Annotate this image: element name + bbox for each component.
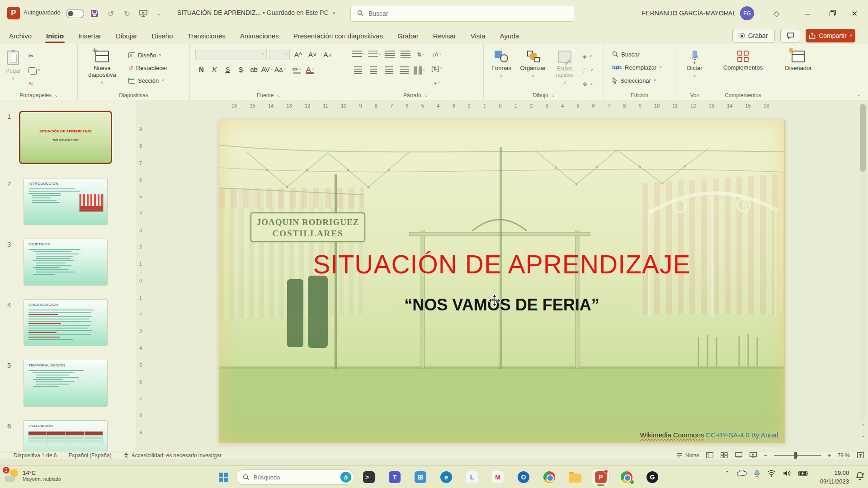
wifi-icon[interactable] — [767, 470, 776, 477]
collapse-ribbon-icon[interactable]: ⌄ — [857, 91, 861, 97]
powerpoint-icon[interactable]: P — [592, 468, 610, 486]
dialog-launcher-icon[interactable]: ↘ — [54, 94, 58, 98]
font-size-select[interactable]: ˅ — [269, 49, 290, 60]
tab-transiciones[interactable]: Transiciones — [180, 27, 232, 44]
dialog-launcher-icon[interactable]: ↘ — [551, 94, 555, 98]
paste-button[interactable]: Pegar ˅ — [5, 47, 21, 90]
align-center-button[interactable] — [367, 65, 379, 76]
justify-button[interactable] — [398, 65, 410, 76]
tab-insertar[interactable]: Insertar — [71, 27, 108, 44]
character-spacing-button[interactable]: AV˅ — [261, 64, 273, 75]
previous-slide-button[interactable]: ⌃ — [859, 422, 867, 430]
new-slide-button[interactable]: Nueva diapositiva ˅ — [82, 47, 122, 90]
slide-sorter-view-button[interactable] — [720, 452, 728, 459]
slide-subtitle[interactable]: “NOS VAMOS DE FERIA” — [219, 296, 784, 314]
dialog-launcher-icon[interactable]: ↘ — [424, 94, 427, 98]
tab-dibujar[interactable]: Dibujar — [108, 27, 145, 44]
accessibility-status[interactable]: Accesibilidad: es necesario investigar — [123, 452, 222, 459]
quick-styles-button[interactable]: Estilos rápidos ˅ — [551, 47, 579, 90]
microphone-tray-icon[interactable] — [754, 469, 760, 477]
shape-effects-button[interactable]: ❖˅ — [580, 79, 595, 89]
bullets-button[interactable]: ˅ — [352, 49, 365, 60]
powerpoint-app-icon[interactable]: P — [7, 7, 20, 19]
underline-button[interactable]: S — [222, 64, 234, 75]
slide-thumbnail-6[interactable]: EVALUACIÓN — [24, 420, 108, 451]
tab-vista[interactable]: Vista — [463, 27, 493, 44]
diamond-icon[interactable]: ◇ — [774, 9, 779, 19]
format-painter-button[interactable]: ✎ — [27, 79, 42, 89]
layout-button[interactable]: Diseño˅ — [127, 50, 169, 61]
find-button[interactable]: Buscar — [610, 49, 675, 60]
quick-access-more-icon[interactable]: ⌄ — [153, 8, 165, 19]
hidden-icons-chevron[interactable]: ⌃ — [725, 470, 730, 477]
slide-number-status[interactable]: Diapositiva 1 de 6 — [14, 452, 57, 459]
redo-icon[interactable]: ↻ — [121, 8, 133, 19]
start-button[interactable] — [216, 470, 231, 484]
slide-title[interactable]: SITUACIÓN DE APRENDIZAJE — [219, 249, 784, 279]
vertical-ruler[interactable]: 9·8·7·6·5·4·3·2·1·0·1·2·3·4·5·6·7·8·9 — [136, 111, 146, 451]
tab-animaciones[interactable]: Animaciones — [233, 27, 286, 44]
slideshow-view-button[interactable] — [749, 452, 757, 459]
outlook-icon[interactable]: O — [514, 468, 533, 486]
line-spacing-button[interactable]: ⇅˅ — [415, 49, 427, 60]
tab-archivo[interactable]: Archivo — [2, 27, 39, 44]
shapes-button[interactable]: Formas ˅ — [487, 47, 515, 90]
strikethrough-button[interactable]: ab — [248, 64, 260, 75]
tab-diseno[interactable]: Diseño — [145, 27, 180, 44]
italic-button[interactable]: K — [208, 64, 221, 75]
slide-editor[interactable]: JOAQUIN RODRIGUEZ COSTILLARES SITUACIÓN … — [219, 120, 784, 442]
avatar[interactable]: FG — [740, 6, 754, 20]
tab-grabar[interactable]: Grabar — [390, 27, 426, 44]
normal-view-button[interactable] — [706, 452, 714, 459]
increase-indent-button[interactable] — [399, 49, 411, 60]
bold-button[interactable]: N — [195, 64, 208, 75]
slide-thumbnail-3[interactable]: OBJETIVOS — [24, 239, 108, 286]
slide-thumbnail-4[interactable]: ORGANIZACIÓN — [24, 299, 108, 346]
chrome-profile-icon[interactable] — [618, 468, 636, 486]
document-title[interactable]: SITUACIÓN DE APRENDIZ... • Guardado en E… — [177, 9, 335, 16]
notes-button[interactable]: Notas — [676, 452, 699, 459]
font-color-button[interactable]: A˅ — [304, 64, 316, 75]
align-left-button[interactable] — [352, 65, 364, 76]
slide-thumbnail-2[interactable]: INTRODUCCIÓN — [24, 178, 108, 225]
columns-button[interactable]: ˅ — [413, 65, 425, 76]
libreoffice-icon[interactable]: L — [463, 468, 481, 486]
highlight-color-button[interactable]: ✎˅ — [291, 64, 303, 75]
designer-button[interactable]: Diseñador — [772, 47, 825, 90]
terminal-icon[interactable]: >_ — [360, 468, 378, 486]
start-slideshow-icon[interactable] — [137, 8, 149, 19]
store-icon[interactable]: ⊞ — [411, 468, 429, 486]
dialog-launcher-icon[interactable]: ↘ — [276, 94, 280, 98]
change-case-button[interactable]: Aa˅ — [274, 64, 286, 75]
github-icon[interactable]: G — [643, 468, 661, 486]
gmail-icon[interactable]: M — [489, 468, 507, 486]
zoom-level[interactable]: 79 % — [838, 452, 850, 459]
search-input[interactable] — [368, 10, 540, 17]
tab-ayuda[interactable]: Ayuda — [493, 27, 526, 44]
taskbar-weather-widget[interactable]: 1 14°C Mayorm. nublado — [5, 468, 61, 483]
chrome-icon[interactable] — [540, 468, 558, 486]
replace-button[interactable]: b⇄c Reemplazar˅ — [610, 62, 675, 73]
addins-button[interactable]: Complementos — [714, 47, 772, 90]
grow-font-button[interactable]: A^ — [292, 49, 304, 60]
align-right-button[interactable] — [382, 65, 395, 76]
numbering-button[interactable]: ˅ — [368, 49, 381, 60]
shape-outline-button[interactable]: ▢˅ — [580, 65, 595, 75]
cc-license-link[interactable]: CC-BY-SA-4.0 By — [706, 431, 759, 439]
taskbar-search-input[interactable] — [254, 474, 330, 481]
tab-revisar[interactable]: Revisar — [426, 27, 463, 44]
comments-button[interactable] — [780, 29, 800, 42]
reading-view-button[interactable] — [735, 452, 743, 459]
zoom-in-button[interactable]: + — [827, 451, 831, 459]
copy-button[interactable]: ˅ — [27, 65, 42, 75]
tab-inicio[interactable]: Inicio — [39, 27, 71, 44]
cut-button[interactable]: ✂ — [27, 51, 42, 61]
file-explorer-icon[interactable] — [566, 468, 584, 486]
close-button[interactable]: ✕ — [844, 6, 864, 21]
shape-fill-button[interactable]: ◈˅ — [580, 51, 595, 61]
next-slide-button[interactable]: ⌄ — [859, 431, 867, 439]
vertical-scrollbar[interactable]: ⌃ ⌄ — [858, 100, 868, 440]
dictate-button[interactable]: Dictar ˅ — [675, 47, 714, 90]
onedrive-cloud-icon[interactable] — [737, 470, 747, 477]
notification-bell-icon[interactable]: z — [855, 471, 864, 480]
